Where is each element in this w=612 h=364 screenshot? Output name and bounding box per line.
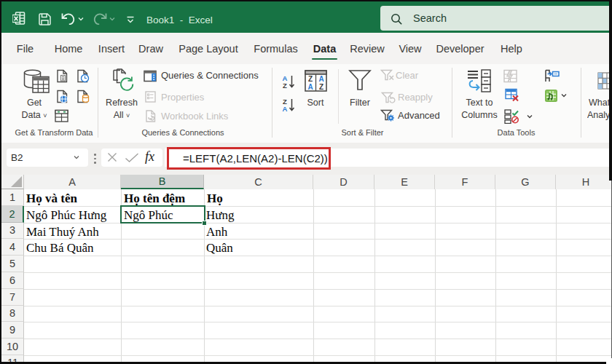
- svg-text:A: A: [283, 105, 288, 113]
- svg-text:Z: Z: [319, 83, 323, 91]
- svg-text:A: A: [318, 75, 323, 83]
- svg-text:Z: Z: [308, 75, 313, 83]
- svg-text:A: A: [307, 83, 313, 91]
- svg-text:Z: Z: [283, 82, 287, 90]
